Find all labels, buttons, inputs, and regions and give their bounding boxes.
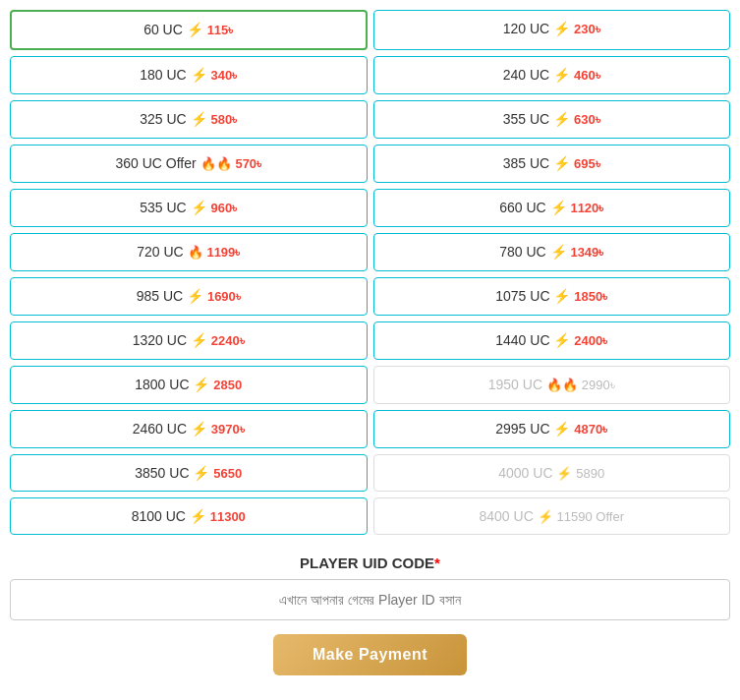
package-button-pkg1[interactable]: 60 UC ⚡ 115৳ (10, 10, 368, 50)
player-id-input[interactable] (10, 579, 730, 620)
package-button-pkg18: 1950 UC 🔥🔥 2990৳ (373, 366, 731, 404)
package-button-pkg14[interactable]: 1075 UC ⚡ 1850৳ (373, 277, 731, 316)
package-button-pkg10[interactable]: 660 UC ⚡ 1120৳ (373, 189, 731, 227)
package-button-pkg13[interactable]: 985 UC ⚡ 1690৳ (10, 277, 368, 316)
package-button-pkg23[interactable]: 8100 UC ⚡ 11300 (10, 497, 368, 535)
asterisk: * (434, 554, 440, 571)
make-payment-button[interactable]: Make Payment (273, 634, 467, 675)
package-button-pkg4[interactable]: 240 UC ⚡ 460৳ (373, 56, 731, 94)
package-button-pkg19[interactable]: 2460 UC ⚡ 3970৳ (10, 410, 368, 448)
player-uid-label: PLAYER UID CODE* (10, 554, 730, 571)
package-button-pkg12[interactable]: 780 UC ⚡ 1349৳ (373, 233, 731, 271)
player-section: PLAYER UID CODE* Make Payment (10, 554, 730, 675)
package-button-pkg22: 4000 UC ⚡ 5890 (373, 454, 731, 492)
package-button-pkg5[interactable]: 325 UC ⚡ 580৳ (10, 100, 368, 139)
package-button-pkg9[interactable]: 535 UC ⚡ 960৳ (10, 189, 368, 227)
package-button-pkg17[interactable]: 1800 UC ⚡ 2850 (10, 366, 368, 404)
player-uid-text: PLAYER UID CODE (300, 554, 434, 571)
package-button-pkg20[interactable]: 2995 UC ⚡ 4870৳ (373, 410, 731, 448)
package-button-pkg15[interactable]: 1320 UC ⚡ 2240৳ (10, 321, 368, 360)
package-button-pkg16[interactable]: 1440 UC ⚡ 2400৳ (373, 321, 731, 360)
packages-grid: 60 UC ⚡ 115৳120 UC ⚡ 230৳180 UC ⚡ 340৳24… (10, 10, 730, 535)
package-button-pkg2[interactable]: 120 UC ⚡ 230৳ (373, 10, 731, 50)
package-button-pkg7[interactable]: 360 UC Offer 🔥🔥 570৳ (10, 145, 368, 183)
package-button-pkg21[interactable]: 3850 UC ⚡ 5650 (10, 454, 368, 492)
package-button-pkg6[interactable]: 355 UC ⚡ 630৳ (373, 100, 731, 139)
package-button-pkg24: 8400 UC ⚡ 11590 Offer (373, 497, 731, 535)
package-button-pkg8[interactable]: 385 UC ⚡ 695৳ (373, 145, 731, 183)
package-button-pkg3[interactable]: 180 UC ⚡ 340৳ (10, 56, 368, 94)
package-button-pkg11[interactable]: 720 UC 🔥 1199৳ (10, 233, 368, 271)
